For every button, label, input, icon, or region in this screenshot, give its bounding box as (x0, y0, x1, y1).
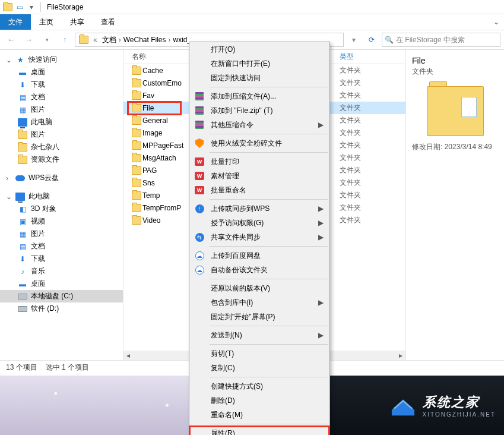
status-count: 13 个项目 (6, 363, 37, 373)
folder-icon (132, 129, 141, 137)
sidebar-this-pc[interactable]: ⌄此电脑 (0, 190, 123, 203)
sidebar-item-music[interactable]: ♪音乐 (0, 265, 123, 278)
footer-en: XITONGZHIJIA.NET (423, 411, 496, 418)
menu-pin-start[interactable]: 固定到"开始"屏幕(P) (189, 310, 329, 324)
baidu-icon: ☁ (194, 264, 205, 275)
breadcrumb-wechat[interactable]: WeChat Files (121, 36, 169, 44)
menu-properties[interactable]: 属性(R) (189, 426, 329, 435)
sidebar-item-video[interactable]: ▣视频 (0, 215, 123, 228)
logo-icon (389, 393, 417, 418)
sidebar-item-pictures[interactable]: ▦图片 (0, 103, 123, 116)
sidebar-item-pictures3[interactable]: ▦图片 (0, 228, 123, 240)
sidebar-quick-access[interactable]: ⌄★快速访问 (0, 53, 123, 66)
column-type[interactable]: 类型 (340, 52, 375, 62)
menu-create-shortcut[interactable]: 创建快捷方式(S) (189, 379, 329, 393)
search-input[interactable]: 🔍 在 FileStorage 中搜索 (382, 33, 500, 47)
breadcrumb-root[interactable]: « (91, 36, 100, 44)
menu-add-archive[interactable]: 添加到压缩文件(A)... (189, 89, 329, 103)
sidebar-item-desktop[interactable]: ▬桌面 (0, 66, 123, 78)
sidebar-item-misc[interactable]: 杂七杂八 (0, 141, 123, 153)
menu-share-sync[interactable]: ⇆共享文件夹同步▶ (189, 230, 329, 244)
refresh-icon[interactable]: ⟳ (364, 32, 379, 48)
details-thumbnail (427, 86, 484, 136)
tab-share[interactable]: 共享 (62, 14, 93, 30)
sidebar-item-pictures2[interactable]: 图片 (0, 128, 123, 141)
menu-copy[interactable]: 复制(C) (189, 361, 329, 375)
sidebar-item-drive-c[interactable]: 本地磁盘 (C:) (0, 290, 123, 302)
menu-restore[interactable]: 还原以前的版本(V) (189, 281, 329, 295)
submenu-arrow-icon: ▶ (318, 298, 324, 307)
winrar-icon (194, 105, 205, 116)
menu-batch-rename[interactable]: W批量重命名 (189, 183, 329, 197)
nav-up-icon[interactable]: ↑ (57, 32, 72, 48)
folder-icon (132, 79, 141, 87)
menu-grant-access[interactable]: 授予访问权限(G)▶ (189, 216, 329, 230)
titlebar: ▭ ▾ FileStorage (0, 0, 504, 14)
breadcrumb-docs[interactable]: 文档 (100, 35, 119, 45)
menu-send-to[interactable]: 发送到(N)▶ (189, 328, 329, 342)
sidebar-item-desktop2[interactable]: ▬桌面 (0, 278, 123, 290)
folder-icon (132, 104, 141, 112)
file-type: 文件夹 (340, 115, 375, 125)
folder-icon (132, 92, 141, 100)
status-selected: 选中 1 个项目 (46, 363, 89, 373)
submenu-arrow-icon: ▶ (318, 331, 324, 339)
menu-rename[interactable]: 重命名(M) (189, 408, 329, 422)
nav-back-icon[interactable]: ← (4, 32, 19, 48)
sidebar-item-documents2[interactable]: ▤文档 (0, 240, 123, 253)
winrar-icon (194, 91, 205, 102)
file-type: 文件夹 (340, 78, 375, 88)
tab-file[interactable]: 文件 (0, 14, 31, 30)
file-type: 文件夹 (340, 65, 375, 75)
file-type: 文件夹 (340, 190, 375, 200)
scroll-left-icon[interactable]: ◂ (123, 351, 133, 360)
nav-recent-icon[interactable]: ▾ (39, 32, 55, 48)
tab-view[interactable]: 查看 (93, 14, 123, 30)
scroll-right-icon[interactable]: ▸ (396, 351, 405, 360)
submenu-arrow-icon: ▶ (318, 121, 324, 129)
sidebar-item-pc[interactable]: 此电脑 (0, 116, 123, 128)
qat-dropdown[interactable]: ▾ (26, 2, 37, 12)
footer-cn: 系统之家 (423, 393, 496, 411)
menu-upload-baidu[interactable]: ☁上传到百度网盘 (189, 248, 329, 263)
folder-icon (132, 141, 141, 150)
menu-upload-wps[interactable]: ↑上传或同步到WPS▶ (189, 201, 329, 216)
folder-icon (132, 166, 141, 175)
submenu-arrow-icon: ▶ (318, 219, 324, 227)
pc-icon (18, 118, 27, 127)
sidebar-item-drive-d[interactable]: 软件 (D:) (0, 302, 123, 315)
menu-auto-backup[interactable]: ☁自动备份该文件夹 (189, 263, 329, 277)
star-icon: ★ (15, 55, 25, 65)
file-type: 文件夹 (340, 178, 375, 188)
sidebar-item-downloads2[interactable]: ⬇下载 (0, 253, 123, 265)
disk-icon (18, 292, 27, 301)
sidebar-item-resources[interactable]: 资源文件 (0, 153, 123, 166)
sidebar-wps-cloud[interactable]: ›WPS云盘 (0, 172, 123, 184)
menu-open-new-window[interactable]: 在新窗口中打开(E) (189, 56, 329, 71)
menu-cut[interactable]: 剪切(T) (189, 346, 329, 361)
menu-add-zip[interactable]: 添加到 "File.zip" (T) (189, 103, 329, 118)
menu-delete[interactable]: 删除(D) (189, 393, 329, 408)
addr-dropdown-icon[interactable]: ▾ (346, 32, 362, 48)
submenu-arrow-icon: ▶ (318, 233, 324, 241)
shield-icon (194, 138, 205, 149)
tab-home[interactable]: 主页 (31, 14, 62, 30)
menu-include-library[interactable]: 包含到库中(I)▶ (189, 295, 329, 310)
menu-huorong-shred[interactable]: 使用火绒安全粉碎文件 (189, 136, 329, 150)
menu-material[interactable]: W素材管理 (189, 169, 329, 183)
menu-pin-quick[interactable]: 固定到快速访问 (189, 71, 329, 85)
details-type: 文件夹 (412, 67, 498, 77)
sync-icon: ⇆ (194, 232, 205, 242)
file-type: 文件夹 (340, 153, 375, 163)
menu-open[interactable]: 打开(O) (189, 42, 329, 56)
menu-other-compress[interactable]: 其他压缩命令▶ (189, 118, 329, 132)
sidebar: ⌄★快速访问 ▬桌面 ⬇下载 ▤文档 ▦图片 此电脑 图片 杂七杂八 资源文件 … (0, 50, 123, 360)
wps-icon: W (194, 156, 205, 167)
sidebar-item-downloads[interactable]: ⬇下载 (0, 78, 123, 91)
qat-icon[interactable]: ▭ (14, 2, 25, 12)
sidebar-item-3d[interactable]: ◧3D 对象 (0, 203, 123, 215)
menu-batch-print[interactable]: W批量打印 (189, 155, 329, 169)
cloud-icon (15, 174, 25, 183)
sidebar-item-documents[interactable]: ▤文档 (0, 91, 123, 103)
ribbon-expand-icon[interactable]: ⌄ (493, 14, 504, 30)
